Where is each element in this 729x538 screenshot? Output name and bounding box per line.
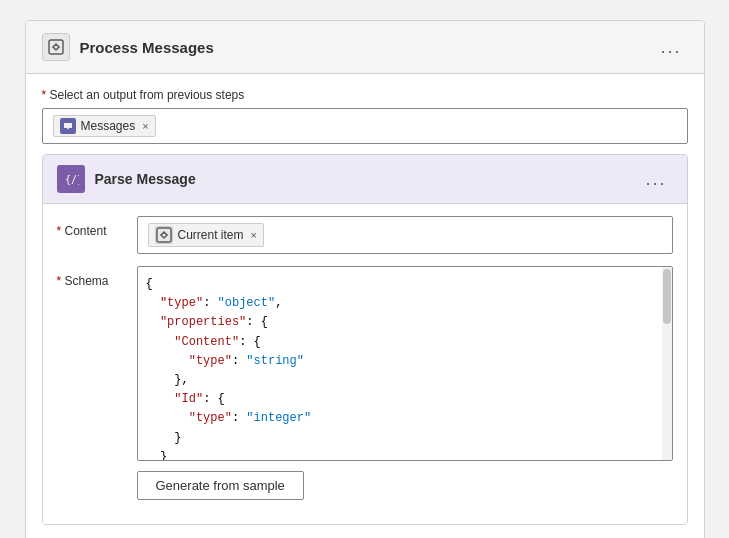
code-line-8: "type": "integer" xyxy=(146,409,652,428)
schema-content: { "type": "object", "properties": { "Con… xyxy=(137,266,673,500)
parse-header-left: {/} Parse Message xyxy=(57,165,196,193)
parse-title: Parse Message xyxy=(95,171,196,187)
code-line-10: } xyxy=(146,448,652,460)
code-line-5: "type": "string" xyxy=(146,352,652,371)
schema-row: Schema { "type": "object", "properties":… xyxy=(57,266,673,500)
code-line-6: }, xyxy=(146,371,652,390)
code-line-3: "properties": { xyxy=(146,313,652,332)
current-item-loop-icon xyxy=(156,227,172,243)
select-output-input[interactable]: Messages × xyxy=(42,108,688,144)
select-output-label: Select an output from previous steps xyxy=(42,88,688,102)
messages-token-close[interactable]: × xyxy=(142,120,148,132)
schema-label: Schema xyxy=(57,266,137,288)
code-line-2: "type": "object", xyxy=(146,294,652,313)
parse-message-card: {/} Parse Message ... Content xyxy=(42,154,688,525)
svg-rect-0 xyxy=(49,40,63,54)
current-item-icon xyxy=(155,226,173,244)
process-more-menu[interactable]: ... xyxy=(654,35,687,60)
current-item-close[interactable]: × xyxy=(251,229,257,241)
content-input[interactable]: Current item × xyxy=(137,216,673,254)
process-title: Process Messages xyxy=(80,39,214,56)
schema-editor[interactable]: { "type": "object", "properties": { "Con… xyxy=(137,266,673,461)
svg-text:{/}: {/} xyxy=(65,174,79,185)
code-line-7: "Id": { xyxy=(146,390,652,409)
content-row: Content Current item xyxy=(57,216,673,254)
generate-from-sample-button[interactable]: Generate from sample xyxy=(137,471,304,500)
parse-more-menu[interactable]: ... xyxy=(639,167,672,192)
current-item-label: Current item xyxy=(178,228,244,242)
svg-rect-2 xyxy=(157,228,171,242)
current-item-token[interactable]: Current item × xyxy=(148,223,264,247)
schema-scrollbar-track xyxy=(662,267,672,460)
process-icon xyxy=(42,33,70,61)
main-container: Process Messages ... Select an output fr… xyxy=(25,20,705,538)
process-header: Process Messages ... xyxy=(26,21,704,74)
content-label: Content xyxy=(57,216,137,238)
select-output-section: Select an output from previous steps Mes… xyxy=(26,74,704,154)
messages-token-icon xyxy=(60,118,76,134)
schema-scrollbar-thumb[interactable] xyxy=(663,269,671,324)
code-line-1: { xyxy=(146,275,652,294)
process-header-left: Process Messages xyxy=(42,33,214,61)
parse-header: {/} Parse Message ... xyxy=(43,155,687,204)
parse-body: Content Current item xyxy=(43,204,687,524)
schema-scroll-area[interactable]: { "type": "object", "properties": { "Con… xyxy=(138,267,672,460)
messages-icon xyxy=(63,121,73,131)
code-line-9: } xyxy=(146,429,652,448)
messages-token-label: Messages xyxy=(81,119,136,133)
loop-icon xyxy=(48,39,64,55)
parse-icon: {/} xyxy=(57,165,85,193)
content-token-input[interactable]: Current item × xyxy=(137,216,673,254)
parse-json-icon: {/} xyxy=(63,171,79,187)
messages-token[interactable]: Messages × xyxy=(53,115,156,137)
code-line-4: "Content": { xyxy=(146,333,652,352)
